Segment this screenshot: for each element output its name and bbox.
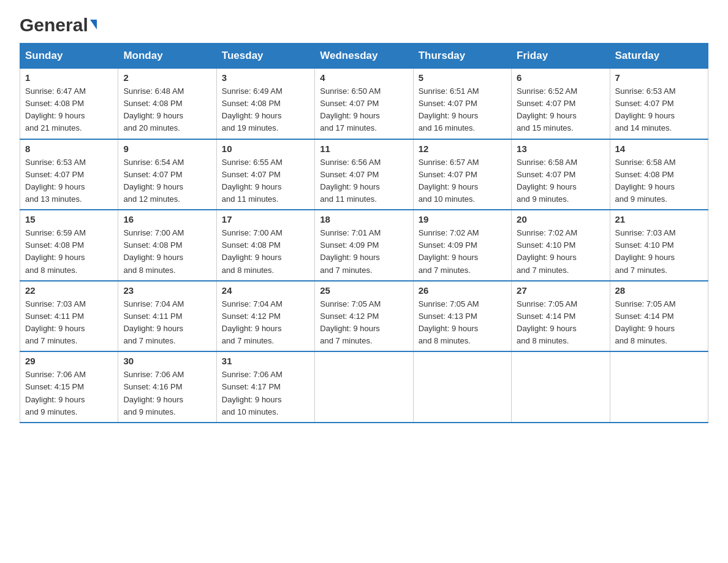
- column-header-sunday: Sunday: [20, 44, 118, 69]
- day-info: Sunrise: 6:59 AMSunset: 4:08 PMDaylight:…: [25, 228, 86, 274]
- day-info: Sunrise: 7:01 AMSunset: 4:09 PMDaylight:…: [320, 228, 381, 274]
- day-number: 16: [123, 214, 211, 224]
- calendar-cell: 13 Sunrise: 6:58 AMSunset: 4:07 PMDaylig…: [512, 139, 610, 210]
- day-info: Sunrise: 7:05 AMSunset: 4:14 PMDaylight:…: [615, 299, 676, 345]
- day-number: 30: [123, 356, 211, 366]
- day-number: 27: [517, 285, 604, 296]
- calendar-cell: 4 Sunrise: 6:50 AMSunset: 4:07 PMDayligh…: [315, 69, 413, 139]
- day-info: Sunrise: 7:00 AMSunset: 4:08 PMDaylight:…: [222, 228, 282, 274]
- calendar-cell: 8 Sunrise: 6:53 AMSunset: 4:07 PMDayligh…: [20, 139, 118, 210]
- day-number: 15: [25, 214, 113, 224]
- day-number: 17: [222, 214, 309, 224]
- day-number: 10: [222, 144, 309, 154]
- column-header-wednesday: Wednesday: [315, 44, 413, 69]
- calendar-cell: 21 Sunrise: 7:03 AMSunset: 4:10 PMDaylig…: [610, 210, 708, 281]
- calendar-header-row: SundayMondayTuesdayWednesdayThursdayFrid…: [20, 44, 708, 69]
- day-number: 7: [615, 72, 703, 83]
- calendar-cell: 18 Sunrise: 7:01 AMSunset: 4:09 PMDaylig…: [315, 210, 413, 281]
- calendar-cell: [315, 351, 413, 423]
- calendar-week-row: 22 Sunrise: 7:03 AMSunset: 4:11 PMDaylig…: [20, 281, 708, 352]
- logo-triangle-icon: [90, 20, 97, 29]
- calendar-cell: [413, 351, 511, 423]
- logo: General: [20, 15, 97, 33]
- calendar-week-row: 1 Sunrise: 6:47 AMSunset: 4:08 PMDayligh…: [20, 69, 708, 139]
- day-info: Sunrise: 7:03 AMSunset: 4:10 PMDaylight:…: [615, 228, 676, 274]
- calendar-cell: 16 Sunrise: 7:00 AMSunset: 4:08 PMDaylig…: [118, 210, 216, 281]
- day-info: Sunrise: 7:06 AMSunset: 4:16 PMDaylight:…: [123, 370, 184, 416]
- logo-general: General: [20, 15, 88, 36]
- calendar-cell: [512, 351, 610, 423]
- calendar-cell: 24 Sunrise: 7:04 AMSunset: 4:12 PMDaylig…: [216, 281, 314, 352]
- calendar-cell: 31 Sunrise: 7:06 AMSunset: 4:17 PMDaylig…: [216, 351, 314, 423]
- column-header-monday: Monday: [118, 44, 216, 69]
- day-number: 21: [615, 214, 703, 224]
- day-number: 28: [615, 285, 703, 296]
- calendar-cell: 1 Sunrise: 6:47 AMSunset: 4:08 PMDayligh…: [20, 69, 118, 139]
- day-number: 4: [320, 72, 408, 83]
- day-number: 18: [320, 214, 408, 224]
- calendar-cell: 25 Sunrise: 7:05 AMSunset: 4:12 PMDaylig…: [315, 281, 413, 352]
- day-number: 29: [25, 356, 113, 366]
- calendar-table: SundayMondayTuesdayWednesdayThursdayFrid…: [20, 43, 708, 423]
- day-info: Sunrise: 7:02 AMSunset: 4:09 PMDaylight:…: [419, 228, 479, 274]
- calendar-cell: 11 Sunrise: 6:56 AMSunset: 4:07 PMDaylig…: [315, 139, 413, 210]
- calendar-cell: 27 Sunrise: 7:05 AMSunset: 4:14 PMDaylig…: [512, 281, 610, 352]
- day-info: Sunrise: 7:04 AMSunset: 4:11 PMDaylight:…: [123, 299, 184, 345]
- calendar-cell: 7 Sunrise: 6:53 AMSunset: 4:07 PMDayligh…: [610, 69, 708, 139]
- day-info: Sunrise: 7:02 AMSunset: 4:10 PMDaylight:…: [517, 228, 577, 274]
- day-info: Sunrise: 7:00 AMSunset: 4:08 PMDaylight:…: [123, 228, 184, 274]
- day-number: 22: [25, 285, 113, 296]
- column-header-thursday: Thursday: [413, 44, 511, 69]
- day-number: 6: [517, 72, 604, 83]
- day-info: Sunrise: 6:58 AMSunset: 4:07 PMDaylight:…: [517, 158, 577, 204]
- day-number: 3: [222, 72, 309, 83]
- day-info: Sunrise: 6:47 AMSunset: 4:08 PMDaylight:…: [25, 86, 86, 132]
- calendar-cell: 22 Sunrise: 7:03 AMSunset: 4:11 PMDaylig…: [20, 281, 118, 352]
- calendar-cell: 30 Sunrise: 7:06 AMSunset: 4:16 PMDaylig…: [118, 351, 216, 423]
- calendar-cell: 5 Sunrise: 6:51 AMSunset: 4:07 PMDayligh…: [413, 69, 511, 139]
- day-number: 12: [419, 144, 506, 154]
- day-info: Sunrise: 7:05 AMSunset: 4:13 PMDaylight:…: [419, 299, 479, 345]
- day-info: Sunrise: 6:49 AMSunset: 4:08 PMDaylight:…: [222, 86, 282, 132]
- calendar-cell: 12 Sunrise: 6:57 AMSunset: 4:07 PMDaylig…: [413, 139, 511, 210]
- day-info: Sunrise: 6:53 AMSunset: 4:07 PMDaylight:…: [615, 86, 676, 132]
- calendar-week-row: 15 Sunrise: 6:59 AMSunset: 4:08 PMDaylig…: [20, 210, 708, 281]
- day-number: 24: [222, 285, 309, 296]
- day-number: 19: [419, 214, 506, 224]
- calendar-cell: 6 Sunrise: 6:52 AMSunset: 4:07 PMDayligh…: [512, 69, 610, 139]
- calendar-cell: 15 Sunrise: 6:59 AMSunset: 4:08 PMDaylig…: [20, 210, 118, 281]
- day-info: Sunrise: 6:54 AMSunset: 4:07 PMDaylight:…: [123, 158, 184, 204]
- day-info: Sunrise: 6:58 AMSunset: 4:08 PMDaylight:…: [615, 158, 676, 204]
- day-info: Sunrise: 6:50 AMSunset: 4:07 PMDaylight:…: [320, 86, 381, 132]
- calendar-cell: 26 Sunrise: 7:05 AMSunset: 4:13 PMDaylig…: [413, 281, 511, 352]
- day-info: Sunrise: 6:57 AMSunset: 4:07 PMDaylight:…: [419, 158, 479, 204]
- calendar-cell: 20 Sunrise: 7:02 AMSunset: 4:10 PMDaylig…: [512, 210, 610, 281]
- day-number: 26: [419, 285, 506, 296]
- day-number: 23: [123, 285, 211, 296]
- calendar-cell: 14 Sunrise: 6:58 AMSunset: 4:08 PMDaylig…: [610, 139, 708, 210]
- calendar-cell: 17 Sunrise: 7:00 AMSunset: 4:08 PMDaylig…: [216, 210, 314, 281]
- day-number: 25: [320, 285, 408, 296]
- day-info: Sunrise: 6:51 AMSunset: 4:07 PMDaylight:…: [419, 86, 479, 132]
- day-info: Sunrise: 6:52 AMSunset: 4:07 PMDaylight:…: [517, 86, 577, 132]
- calendar-cell: 2 Sunrise: 6:48 AMSunset: 4:08 PMDayligh…: [118, 69, 216, 139]
- calendar-cell: 23 Sunrise: 7:04 AMSunset: 4:11 PMDaylig…: [118, 281, 216, 352]
- day-info: Sunrise: 7:06 AMSunset: 4:15 PMDaylight:…: [25, 370, 86, 416]
- column-header-tuesday: Tuesday: [216, 44, 314, 69]
- calendar-cell: 19 Sunrise: 7:02 AMSunset: 4:09 PMDaylig…: [413, 210, 511, 281]
- day-info: Sunrise: 6:48 AMSunset: 4:08 PMDaylight:…: [123, 86, 184, 132]
- calendar-cell: 3 Sunrise: 6:49 AMSunset: 4:08 PMDayligh…: [216, 69, 314, 139]
- calendar-cell: 9 Sunrise: 6:54 AMSunset: 4:07 PMDayligh…: [118, 139, 216, 210]
- page-header: General: [20, 15, 708, 33]
- calendar-cell: 29 Sunrise: 7:06 AMSunset: 4:15 PMDaylig…: [20, 351, 118, 423]
- day-number: 31: [222, 356, 309, 366]
- day-info: Sunrise: 7:05 AMSunset: 4:12 PMDaylight:…: [320, 299, 381, 345]
- calendar-week-row: 29 Sunrise: 7:06 AMSunset: 4:15 PMDaylig…: [20, 351, 708, 423]
- day-info: Sunrise: 6:56 AMSunset: 4:07 PMDaylight:…: [320, 158, 381, 204]
- column-header-friday: Friday: [512, 44, 610, 69]
- day-info: Sunrise: 7:06 AMSunset: 4:17 PMDaylight:…: [222, 370, 282, 416]
- column-header-saturday: Saturday: [610, 44, 708, 69]
- day-info: Sunrise: 7:04 AMSunset: 4:12 PMDaylight:…: [222, 299, 282, 345]
- day-number: 9: [123, 144, 211, 154]
- day-number: 13: [517, 144, 604, 154]
